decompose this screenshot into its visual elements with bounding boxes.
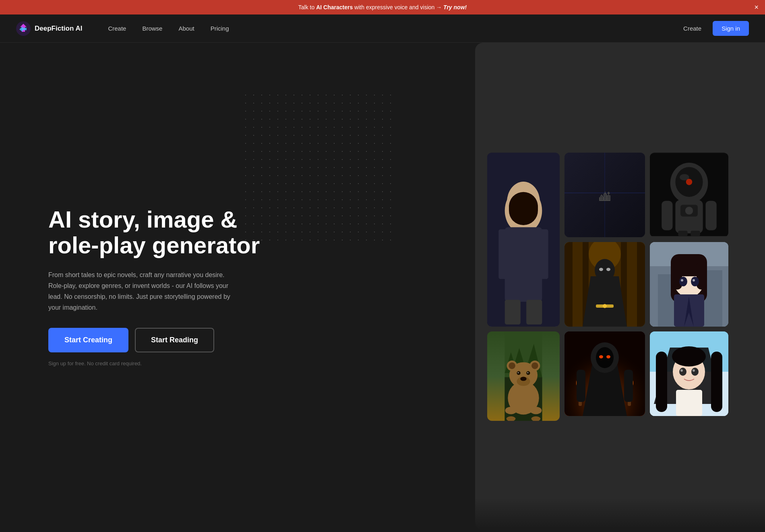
image-grid: 🏙 — [475, 43, 765, 530]
svg-rect-11 — [519, 234, 528, 246]
hero-description: From short tales to epic novels, craft a… — [48, 269, 242, 313]
svg-point-109 — [691, 368, 699, 376]
svg-rect-41 — [627, 242, 637, 327]
svg-rect-15 — [531, 215, 540, 252]
svg-rect-113 — [676, 390, 702, 416]
svg-point-81 — [527, 372, 528, 373]
svg-rect-36 — [691, 230, 700, 236]
svg-rect-4 — [487, 234, 560, 326]
logo-icon — [16, 21, 31, 36]
svg-point-61 — [681, 279, 683, 282]
image-card-dark-knight — [564, 242, 645, 327]
svg-point-82 — [505, 406, 517, 414]
svg-rect-40 — [573, 242, 583, 327]
svg-point-32 — [685, 207, 693, 215]
svg-point-91 — [599, 355, 603, 358]
logo[interactable]: DeepFiction AI — [16, 21, 82, 36]
nav-actions: Create Sign in — [677, 21, 749, 36]
hero-buttons: Start Creating Start Reading — [48, 328, 274, 352]
svg-point-107 — [672, 346, 706, 366]
start-reading-button[interactable]: Start Reading — [135, 328, 214, 352]
svg-point-62 — [693, 279, 695, 282]
svg-rect-99 — [577, 370, 585, 402]
nav-create[interactable]: Create — [101, 22, 132, 35]
svg-rect-106 — [711, 352, 722, 412]
svg-point-49 — [603, 304, 607, 308]
svg-point-46 — [599, 268, 603, 271]
svg-rect-100 — [624, 370, 633, 402]
svg-rect-33 — [662, 201, 672, 230]
hero-section: AI story, image & role-play generator Fr… — [0, 43, 765, 530]
announcement-bar: Talk to AI Characters with expressive vo… — [0, 0, 765, 14]
nav-browse[interactable]: Browse — [136, 22, 169, 35]
svg-rect-58 — [697, 261, 707, 290]
svg-point-18 — [517, 225, 521, 230]
svg-point-110 — [680, 369, 683, 372]
announcement-text: Talk to AI Characters with expressive vo… — [298, 4, 467, 10]
image-card-bear — [487, 331, 560, 421]
svg-rect-7 — [525, 298, 536, 324]
image-card-anime-girl — [650, 242, 728, 327]
svg-point-13 — [507, 205, 540, 230]
svg-rect-57 — [672, 261, 682, 290]
start-creating-button[interactable]: Start Creating — [48, 328, 128, 352]
image-card-fire-mage — [564, 331, 645, 416]
svg-rect-34 — [705, 201, 716, 230]
svg-rect-16 — [515, 242, 532, 270]
announcement-close-button[interactable]: × — [754, 4, 759, 11]
svg-point-5 — [501, 246, 546, 318]
hero-content: AI story, image & role-play generator Fr… — [48, 207, 274, 366]
svg-point-77 — [520, 377, 526, 381]
nav-links: Create Browse About Pricing — [101, 22, 677, 35]
svg-point-90 — [596, 347, 614, 368]
logo-text: DeepFiction AI — [35, 25, 82, 33]
svg-rect-8 — [509, 270, 538, 273]
svg-point-73 — [509, 362, 515, 369]
image-card-female-warrior — [487, 153, 560, 327]
svg-point-12 — [508, 211, 539, 244]
image-card-dark-top: 🏙 — [564, 153, 645, 237]
svg-rect-105 — [656, 352, 667, 412]
navbar: DeepFiction AI Create Browse About Prici… — [0, 14, 765, 43]
nav-about[interactable]: About — [172, 22, 201, 35]
svg-point-92 — [606, 355, 610, 358]
nav-pricing[interactable]: Pricing — [204, 22, 236, 35]
svg-rect-10 — [541, 250, 551, 294]
svg-point-80 — [518, 372, 519, 373]
svg-point-29 — [686, 179, 693, 185]
svg-point-83 — [530, 406, 542, 414]
announcement-cta[interactable]: Try now! — [443, 4, 467, 10]
svg-rect-35 — [678, 230, 687, 236]
svg-point-19 — [526, 225, 530, 230]
sign-in-button[interactable]: Sign in — [713, 21, 749, 36]
svg-rect-3 — [487, 153, 560, 326]
svg-point-108 — [679, 368, 686, 376]
hero-footnote: Sign up for free. No credit card require… — [48, 360, 274, 366]
svg-point-75 — [531, 362, 538, 369]
svg-rect-9 — [496, 250, 506, 294]
svg-point-45 — [595, 259, 615, 282]
svg-text:🏙: 🏙 — [599, 191, 610, 203]
svg-point-111 — [693, 369, 695, 372]
svg-point-47 — [606, 268, 610, 271]
svg-rect-6 — [511, 298, 522, 324]
nav-action-create[interactable]: Create — [677, 22, 708, 35]
svg-point-60 — [691, 277, 699, 286]
hero-title: AI story, image & role-play generator — [48, 207, 274, 258]
svg-point-59 — [679, 277, 687, 286]
image-card-spaceman — [650, 153, 728, 237]
image-card-dark-woman — [650, 331, 728, 416]
svg-rect-14 — [507, 215, 515, 252]
